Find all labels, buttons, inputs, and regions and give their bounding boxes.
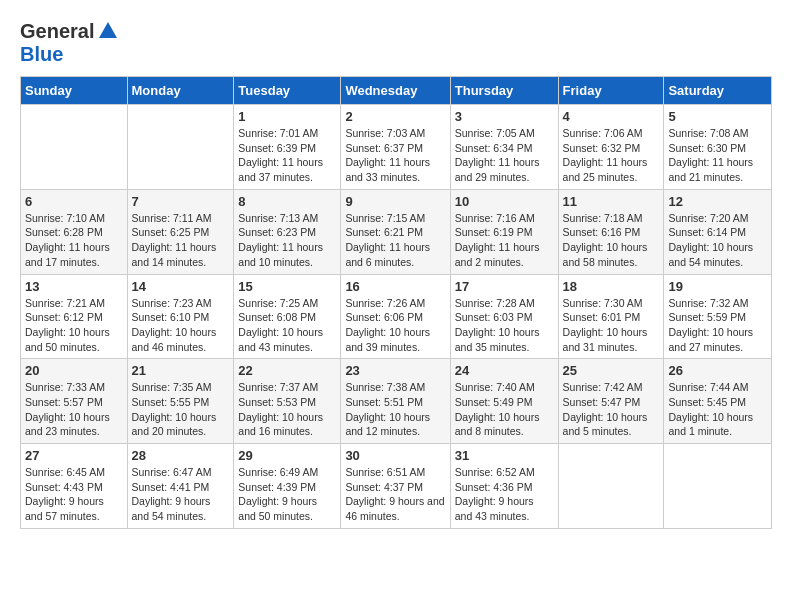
calendar-cell: 14Sunrise: 7:23 AMSunset: 6:10 PMDayligh…	[127, 274, 234, 359]
day-number: 23	[345, 363, 445, 378]
logo-icon	[97, 20, 119, 42]
col-monday: Monday	[127, 77, 234, 105]
calendar-cell: 9Sunrise: 7:15 AMSunset: 6:21 PMDaylight…	[341, 189, 450, 274]
calendar-cell: 20Sunrise: 7:33 AMSunset: 5:57 PMDayligh…	[21, 359, 128, 444]
cell-content: Sunrise: 7:40 AMSunset: 5:49 PMDaylight:…	[455, 380, 554, 439]
day-number: 9	[345, 194, 445, 209]
cell-content: Sunrise: 7:06 AMSunset: 6:32 PMDaylight:…	[563, 126, 660, 185]
calendar-week-row: 27Sunrise: 6:45 AMSunset: 4:43 PMDayligh…	[21, 444, 772, 529]
cell-content: Sunrise: 7:32 AMSunset: 5:59 PMDaylight:…	[668, 296, 767, 355]
calendar-cell: 11Sunrise: 7:18 AMSunset: 6:16 PMDayligh…	[558, 189, 664, 274]
calendar-cell: 31Sunrise: 6:52 AMSunset: 4:36 PMDayligh…	[450, 444, 558, 529]
logo-blue-text: Blue	[20, 43, 63, 65]
calendar-cell: 6Sunrise: 7:10 AMSunset: 6:28 PMDaylight…	[21, 189, 128, 274]
cell-content: Sunrise: 7:16 AMSunset: 6:19 PMDaylight:…	[455, 211, 554, 270]
calendar-week-row: 6Sunrise: 7:10 AMSunset: 6:28 PMDaylight…	[21, 189, 772, 274]
day-number: 10	[455, 194, 554, 209]
calendar-cell: 13Sunrise: 7:21 AMSunset: 6:12 PMDayligh…	[21, 274, 128, 359]
calendar-cell: 27Sunrise: 6:45 AMSunset: 4:43 PMDayligh…	[21, 444, 128, 529]
day-number: 31	[455, 448, 554, 463]
cell-content: Sunrise: 7:20 AMSunset: 6:14 PMDaylight:…	[668, 211, 767, 270]
day-number: 4	[563, 109, 660, 124]
page-header: General Blue	[20, 20, 772, 66]
cell-content: Sunrise: 7:37 AMSunset: 5:53 PMDaylight:…	[238, 380, 336, 439]
calendar-table: Sunday Monday Tuesday Wednesday Thursday…	[20, 76, 772, 529]
cell-content: Sunrise: 7:11 AMSunset: 6:25 PMDaylight:…	[132, 211, 230, 270]
calendar-cell: 10Sunrise: 7:16 AMSunset: 6:19 PMDayligh…	[450, 189, 558, 274]
cell-content: Sunrise: 6:47 AMSunset: 4:41 PMDaylight:…	[132, 465, 230, 524]
calendar-cell: 5Sunrise: 7:08 AMSunset: 6:30 PMDaylight…	[664, 105, 772, 190]
cell-content: Sunrise: 7:13 AMSunset: 6:23 PMDaylight:…	[238, 211, 336, 270]
col-wednesday: Wednesday	[341, 77, 450, 105]
calendar-cell: 17Sunrise: 7:28 AMSunset: 6:03 PMDayligh…	[450, 274, 558, 359]
calendar-cell: 19Sunrise: 7:32 AMSunset: 5:59 PMDayligh…	[664, 274, 772, 359]
day-number: 24	[455, 363, 554, 378]
day-number: 15	[238, 279, 336, 294]
cell-content: Sunrise: 7:30 AMSunset: 6:01 PMDaylight:…	[563, 296, 660, 355]
day-number: 29	[238, 448, 336, 463]
cell-content: Sunrise: 7:25 AMSunset: 6:08 PMDaylight:…	[238, 296, 336, 355]
calendar-cell: 26Sunrise: 7:44 AMSunset: 5:45 PMDayligh…	[664, 359, 772, 444]
cell-content: Sunrise: 7:33 AMSunset: 5:57 PMDaylight:…	[25, 380, 123, 439]
cell-content: Sunrise: 7:10 AMSunset: 6:28 PMDaylight:…	[25, 211, 123, 270]
cell-content: Sunrise: 7:35 AMSunset: 5:55 PMDaylight:…	[132, 380, 230, 439]
calendar-cell: 29Sunrise: 6:49 AMSunset: 4:39 PMDayligh…	[234, 444, 341, 529]
cell-content: Sunrise: 7:26 AMSunset: 6:06 PMDaylight:…	[345, 296, 445, 355]
day-number: 21	[132, 363, 230, 378]
calendar-week-row: 13Sunrise: 7:21 AMSunset: 6:12 PMDayligh…	[21, 274, 772, 359]
calendar-week-row: 1Sunrise: 7:01 AMSunset: 6:39 PMDaylight…	[21, 105, 772, 190]
day-number: 1	[238, 109, 336, 124]
logo-general-text: General	[20, 20, 94, 43]
calendar-cell: 22Sunrise: 7:37 AMSunset: 5:53 PMDayligh…	[234, 359, 341, 444]
calendar-cell: 30Sunrise: 6:51 AMSunset: 4:37 PMDayligh…	[341, 444, 450, 529]
col-tuesday: Tuesday	[234, 77, 341, 105]
calendar-cell: 4Sunrise: 7:06 AMSunset: 6:32 PMDaylight…	[558, 105, 664, 190]
col-sunday: Sunday	[21, 77, 128, 105]
day-number: 18	[563, 279, 660, 294]
cell-content: Sunrise: 6:52 AMSunset: 4:36 PMDaylight:…	[455, 465, 554, 524]
col-friday: Friday	[558, 77, 664, 105]
calendar-cell: 28Sunrise: 6:47 AMSunset: 4:41 PMDayligh…	[127, 444, 234, 529]
col-thursday: Thursday	[450, 77, 558, 105]
cell-content: Sunrise: 6:49 AMSunset: 4:39 PMDaylight:…	[238, 465, 336, 524]
svg-marker-0	[99, 22, 117, 38]
cell-content: Sunrise: 7:15 AMSunset: 6:21 PMDaylight:…	[345, 211, 445, 270]
calendar-cell: 12Sunrise: 7:20 AMSunset: 6:14 PMDayligh…	[664, 189, 772, 274]
calendar-cell	[21, 105, 128, 190]
day-number: 26	[668, 363, 767, 378]
day-number: 7	[132, 194, 230, 209]
day-number: 27	[25, 448, 123, 463]
day-number: 13	[25, 279, 123, 294]
day-number: 5	[668, 109, 767, 124]
cell-content: Sunrise: 7:23 AMSunset: 6:10 PMDaylight:…	[132, 296, 230, 355]
calendar-cell: 15Sunrise: 7:25 AMSunset: 6:08 PMDayligh…	[234, 274, 341, 359]
cell-content: Sunrise: 7:42 AMSunset: 5:47 PMDaylight:…	[563, 380, 660, 439]
day-number: 8	[238, 194, 336, 209]
day-number: 17	[455, 279, 554, 294]
cell-content: Sunrise: 7:28 AMSunset: 6:03 PMDaylight:…	[455, 296, 554, 355]
cell-content: Sunrise: 6:45 AMSunset: 4:43 PMDaylight:…	[25, 465, 123, 524]
calendar-cell: 2Sunrise: 7:03 AMSunset: 6:37 PMDaylight…	[341, 105, 450, 190]
day-number: 16	[345, 279, 445, 294]
calendar-cell: 7Sunrise: 7:11 AMSunset: 6:25 PMDaylight…	[127, 189, 234, 274]
col-saturday: Saturday	[664, 77, 772, 105]
logo: General Blue	[20, 20, 119, 66]
cell-content: Sunrise: 7:38 AMSunset: 5:51 PMDaylight:…	[345, 380, 445, 439]
calendar-cell: 3Sunrise: 7:05 AMSunset: 6:34 PMDaylight…	[450, 105, 558, 190]
calendar-cell: 24Sunrise: 7:40 AMSunset: 5:49 PMDayligh…	[450, 359, 558, 444]
calendar-cell: 8Sunrise: 7:13 AMSunset: 6:23 PMDaylight…	[234, 189, 341, 274]
cell-content: Sunrise: 7:05 AMSunset: 6:34 PMDaylight:…	[455, 126, 554, 185]
day-number: 20	[25, 363, 123, 378]
day-number: 12	[668, 194, 767, 209]
calendar-week-row: 20Sunrise: 7:33 AMSunset: 5:57 PMDayligh…	[21, 359, 772, 444]
calendar-cell: 1Sunrise: 7:01 AMSunset: 6:39 PMDaylight…	[234, 105, 341, 190]
calendar-cell: 23Sunrise: 7:38 AMSunset: 5:51 PMDayligh…	[341, 359, 450, 444]
cell-content: Sunrise: 7:44 AMSunset: 5:45 PMDaylight:…	[668, 380, 767, 439]
cell-content: Sunrise: 7:01 AMSunset: 6:39 PMDaylight:…	[238, 126, 336, 185]
cell-content: Sunrise: 7:08 AMSunset: 6:30 PMDaylight:…	[668, 126, 767, 185]
day-number: 2	[345, 109, 445, 124]
calendar-header-row: Sunday Monday Tuesday Wednesday Thursday…	[21, 77, 772, 105]
day-number: 11	[563, 194, 660, 209]
day-number: 25	[563, 363, 660, 378]
calendar-cell	[127, 105, 234, 190]
